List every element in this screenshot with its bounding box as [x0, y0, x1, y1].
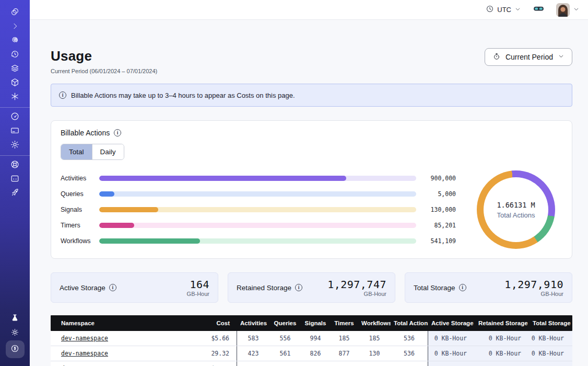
cell-cost: $5.66 — [177, 331, 237, 346]
info-icon[interactable] — [109, 284, 116, 291]
cell-total-actions: 536 — [391, 346, 428, 361]
col-queries: Queries — [269, 320, 301, 326]
tab-daily[interactable]: Daily — [92, 144, 124, 159]
info-icon[interactable] — [114, 129, 121, 136]
bar-value: 85,201 — [424, 222, 456, 229]
bar-label: Queries — [61, 190, 99, 198]
cell-workflows: 185 — [358, 335, 391, 342]
retained-storage-value: 1,297,747 — [327, 278, 386, 291]
sidebar-item-labs[interactable] — [6, 312, 24, 326]
cell-active-storage: 0 KB-Hour — [428, 361, 475, 366]
sidebar-item-nexus[interactable] — [6, 90, 24, 105]
billing-card-icon — [10, 125, 20, 138]
page-header: Usage Current Period (06/01/2024 – 07/01… — [51, 48, 572, 74]
timezone-label: UTC — [497, 6, 511, 14]
tab-total[interactable]: Total — [61, 144, 92, 159]
col-activities: Activities — [237, 320, 269, 326]
user-menu[interactable] — [556, 3, 580, 17]
goggles-button[interactable] — [533, 3, 545, 17]
col-total-actions: Total Actions — [391, 320, 428, 326]
bar-fill — [99, 207, 158, 212]
info-icon[interactable] — [459, 284, 466, 291]
bar-value: 541,109 — [424, 237, 456, 245]
storage-cards-row: Active Storage 164 GB-Hour Retained Stor… — [51, 272, 572, 303]
feedback-terminal-icon — [10, 174, 20, 186]
sidebar-item-layers[interactable] — [6, 62, 24, 76]
cell-retained-storage: 0 KB-Hour — [475, 346, 530, 361]
col-workflows: Workflows — [358, 320, 391, 326]
cell-total-storage: 0 KB-Hour — [530, 361, 572, 366]
sidebar-expand-button[interactable] — [6, 20, 24, 34]
history-clock-icon — [10, 49, 20, 61]
billable-view-tabs: Total Daily — [61, 144, 124, 160]
billable-chart: Activities 900,000 Queries 5,000 Signals… — [61, 170, 562, 249]
cell-retained-storage: 0 KB-Hour — [475, 361, 530, 366]
cell-timers: 877 — [330, 350, 358, 357]
cell-active-storage: 0 KB-Hour — [428, 331, 475, 346]
theme-sun-icon — [10, 327, 20, 339]
bar-fill — [99, 176, 346, 181]
sidebar-item-usage[interactable] — [6, 110, 24, 124]
bar-row-workflows: Workflows 541,109 — [61, 237, 456, 245]
cell-total-storage: 0 KB-Hour — [530, 331, 572, 346]
cell-retained-storage: 0 KB-Hour — [475, 331, 530, 346]
bar-row-activities: Activities 900,000 — [61, 175, 456, 182]
cell-cost: 29.32 — [177, 346, 237, 361]
page-subtitle: Current Period (06/01/2024 – 07/01/2024) — [51, 68, 157, 74]
clock-icon — [486, 5, 494, 15]
bar-fill — [99, 223, 134, 228]
sidebar-group-account — [0, 107, 30, 155]
billable-actions-card: Billable Actions Total Daily Activities … — [51, 120, 572, 259]
bar-value: 900,000 — [424, 175, 456, 182]
col-total-storage: Total Storage — [530, 320, 572, 326]
namespaces-spiral-icon — [10, 35, 20, 47]
cell-cost: $3.35 — [177, 361, 237, 366]
cell-queries: 556 — [269, 335, 301, 342]
sidebar-item-history[interactable] — [6, 48, 24, 62]
retained-storage-card: Retained Storage 1,297,747 GB-Hour — [228, 272, 395, 303]
support-lifebuoy-icon — [10, 159, 20, 171]
timezone-selector[interactable]: UTC — [486, 5, 521, 15]
donut-center: 1.66131 M Total Actions — [484, 177, 548, 242]
col-namespace: Namespace — [51, 320, 177, 326]
total-storage-label: Total Storage — [414, 284, 455, 292]
donut-total-value: 1.66131 M — [497, 201, 535, 209]
sidebar-item-usage-active[interactable] — [6, 340, 25, 358]
settings-gear-icon — [10, 140, 20, 152]
sidebar-item-billing[interactable] — [6, 124, 24, 139]
cell-active-storage: 0 KB-Hour — [428, 346, 475, 361]
cell-activities: 423 — [237, 350, 269, 357]
namespace-link[interactable]: dev-namespace — [61, 350, 108, 357]
asterisk-icon — [10, 92, 20, 104]
namespace-link[interactable]: dev-namespace — [61, 335, 108, 342]
period-dropdown-button[interactable]: Current Period — [485, 48, 572, 66]
sidebar-item-getting-started[interactable] — [6, 187, 24, 201]
sidebar-group-main — [0, 3, 30, 107]
col-cost: Cost — [177, 320, 237, 326]
col-active-storage: Active Storage — [428, 320, 475, 326]
usage-dollar-icon — [10, 344, 20, 356]
bar-value: 5,000 — [424, 190, 456, 198]
stopwatch-icon — [492, 52, 501, 62]
sidebar-item-namespaces[interactable] — [6, 34, 24, 48]
cell-workflows: 130 — [358, 350, 391, 357]
sidebar-item-settings[interactable] — [6, 139, 24, 153]
layers-icon — [10, 63, 20, 75]
sidebar-item-feedback[interactable] — [6, 173, 24, 187]
period-button-label: Current Period — [505, 53, 553, 61]
chevron-down-icon — [573, 5, 580, 15]
cell-signals: 826 — [301, 350, 330, 357]
total-storage-card: Total Storage 1,297,910 GB-Hour — [405, 272, 572, 303]
sidebar-item-theme[interactable] — [6, 326, 24, 340]
info-banner-text: Billable Actions may take up to 3–4 hour… — [71, 92, 295, 99]
labs-flask-icon — [10, 313, 20, 325]
active-storage-unit: GB-Hour — [187, 291, 209, 297]
sidebar-item-support[interactable] — [6, 158, 24, 173]
temporal-logo[interactable] — [6, 6, 24, 20]
sidebar-item-cube[interactable] — [6, 76, 24, 90]
billable-actions-title: Billable Actions — [61, 129, 110, 137]
chevron-right-icon — [11, 22, 19, 32]
info-icon[interactable] — [295, 284, 302, 291]
main-area: UTC Usage Current Period (06/01/2024 – 0… — [30, 0, 588, 366]
table-header: Namespace Cost Activities Queries Signal… — [51, 315, 572, 331]
